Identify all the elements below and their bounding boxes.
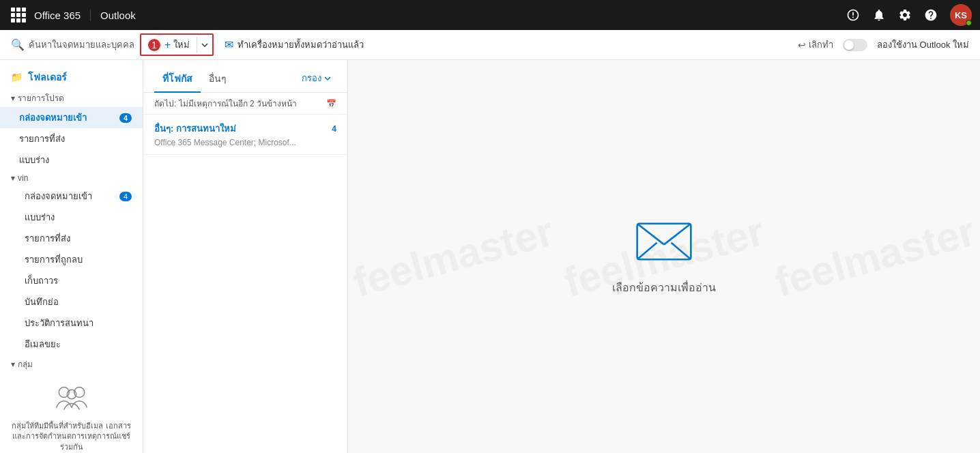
sidebar-item-inbox[interactable]: กล่องจดหมายเข้า 4 [0, 107, 143, 128]
top-nav-bar: Office 365 Outlook KS [0, 0, 980, 30]
vin-drafts-label: แบบร่าง [25, 210, 55, 224]
avatar-presence-dot [966, 20, 972, 26]
sidebar-item-sent[interactable]: รายการที่ส่ง [0, 128, 143, 149]
sidebar: 📁 โฟลเดอร์ ▾ รายการโปรด กล่องจดหมายเข้า … [0, 60, 143, 453]
vin-spam-label: อีเมลขยะ [25, 337, 61, 351]
search-label: ค้นหาในจดหมายและบุคคล [29, 38, 134, 52]
section-favorites-label: รายการโปรด [18, 91, 64, 104]
email-preview: Office 365 Message Center; Microsof... [154, 138, 336, 147]
folders-label: โฟลเดอร์ [28, 70, 67, 85]
vin-sent-label: รายการที่ส่ง [25, 231, 70, 246]
suite-name[interactable]: Office 365 [34, 10, 91, 21]
section-vin[interactable]: ▾ vin [0, 171, 143, 186]
folder-icon: 📁 [11, 72, 23, 83]
sidebar-item-drafts[interactable]: แบบร่าง [0, 149, 143, 171]
top-nav-icons: KS [846, 4, 972, 26]
inbox-label: กล่องจดหมายเข้า [19, 111, 87, 125]
sidebar-item-vin-deleted[interactable]: รายการที่ถูกลบ [0, 249, 143, 270]
new-dropdown-button[interactable] [197, 39, 212, 51]
section-groups[interactable]: ▾ กลุ่ม [0, 355, 143, 373]
sidebar-item-vin-history[interactable]: ประวัติการสนทนา [0, 312, 143, 334]
waffle-icon [11, 8, 26, 23]
vin-deleted-label: รายการที่ถูกลบ [25, 252, 83, 267]
new-label: ใหม่ [173, 38, 190, 52]
email-list-panel: ที่โฟกัส อื่นๆ กรอง ถัดไป: ไม่มีเหตุการณ… [143, 60, 348, 453]
vin-archive-label: เก็บถาวร [25, 274, 58, 288]
section-vin-label: vin [18, 173, 28, 183]
search-icon: 🔍 [11, 38, 25, 51]
groups-icon-area [0, 373, 143, 418]
sidebar-item-vin-drafts[interactable]: แบบร่าง [0, 207, 143, 228]
sidebar-item-vin-sent[interactable]: รายการที่ส่ง [0, 228, 143, 249]
tab-focused[interactable]: ที่โฟกัส [154, 65, 201, 93]
app-name: Outlook [100, 10, 846, 21]
groups-description: กลุ่มให้ทีมมีพื้นที่สำหรับอีเมล เอกสาร แ… [0, 418, 143, 453]
drafts-label: แบบร่าง [19, 153, 49, 167]
section-favorites[interactable]: ▾ รายการโปรด [0, 89, 143, 107]
email-count: 4 [332, 124, 336, 134]
email-item-header: อื่นๆ: การสนทนาใหม่ 4 [154, 121, 336, 136]
new-compose-button[interactable]: 1 + ใหม่ [141, 35, 197, 55]
svg-line-4 [637, 223, 664, 244]
filter-button[interactable]: กรอง [296, 67, 336, 89]
filter-label: กรอง [302, 71, 321, 85]
sent-label: รายการที่ส่ง [19, 132, 65, 146]
avatar[interactable]: KS [950, 4, 972, 26]
folders-header[interactable]: 📁 โฟลเดอร์ [0, 65, 143, 89]
skype-icon[interactable] [846, 8, 860, 22]
notifications-icon[interactable] [872, 8, 886, 22]
mark-all-read-button[interactable]: ✉ ทำเครื่องหมายทั้งหมดว่าอ่านแล้ว [219, 35, 369, 55]
undo-label: เลิกทำ [809, 38, 833, 52]
email-list-subheader: ถัดไป: ไม่มีเหตุการณ์ในอีก 2 วันข้างหน้า… [143, 93, 347, 115]
try-new-outlook-toggle[interactable] [843, 39, 867, 51]
chevron-down-icon: ▾ [11, 173, 15, 183]
undo-button[interactable]: ↩ เลิกทำ [798, 38, 833, 52]
new-plus-icon: + [164, 39, 171, 51]
email-item[interactable]: อื่นๆ: การสนทนาใหม่ 4 Office 365 Message… [143, 115, 347, 155]
sidebar-item-vin-archive[interactable]: เก็บถาวร [0, 270, 143, 291]
new-compose-group: 1 + ใหม่ [140, 33, 214, 56]
sidebar-item-vin-inbox[interactable]: กล่องจดหมายเข้า 4 [0, 186, 143, 207]
mark-read-icon: ✉ [225, 38, 233, 51]
vin-notes-label: บันทึกย่อ [25, 295, 59, 309]
vin-inbox-label: กล่องจดหมายเข้า [25, 189, 92, 203]
chevron-down-icon [201, 42, 208, 48]
settings-icon[interactable] [898, 8, 912, 22]
filter-chevron-icon [324, 75, 331, 82]
toggle-thumb [844, 40, 854, 50]
subheader-text: ถัดไป: ไม่มีเหตุการณ์ในอีก 2 วันข้างหน้า [154, 97, 297, 110]
email-sender: อื่นๆ: การสนทนาใหม่ [154, 121, 236, 136]
email-list-tabs: ที่โฟกัส อื่นๆ กรอง [143, 60, 347, 93]
chevron-down-icon: ▾ [11, 360, 15, 369]
undo-icon: ↩ [798, 40, 806, 50]
groups-illustration-icon [51, 381, 92, 415]
new-badge: 1 [148, 39, 160, 51]
help-icon[interactable] [924, 8, 938, 22]
svg-line-5 [664, 223, 691, 244]
section-groups-label: กลุ่ม [18, 357, 33, 370]
mark-read-label: ทำเครื่องหมายทั้งหมดว่าอ่านแล้ว [237, 38, 364, 52]
reading-pane: feelmaster feelmaster feelmaster เลือกข้… [348, 60, 980, 453]
toolbar: 🔍 ค้นหาในจดหมายและบุคคล 1 + ใหม่ ✉ ทำเคร… [0, 30, 980, 60]
vin-inbox-badge: 4 [119, 192, 132, 201]
search-bar[interactable]: 🔍 ค้นหาในจดหมายและบุคคล [11, 38, 134, 52]
reading-pane-placeholder-text: เลือกข้อความเพื่ออ่าน [612, 279, 716, 296]
chevron-down-icon: ▾ [11, 93, 15, 103]
email-placeholder-icon [633, 218, 695, 265]
svg-line-6 [637, 242, 657, 259]
inbox-badge: 4 [119, 113, 132, 123]
svg-line-7 [672, 242, 691, 259]
tab-other[interactable]: อื่นๆ [201, 65, 235, 93]
sidebar-item-vin-spam[interactable]: อีเมลขยะ [0, 334, 143, 355]
calendar-icon[interactable]: 📅 [326, 99, 336, 108]
try-new-label: ลองใช้งาน Outlook ใหม่ [877, 38, 969, 52]
sidebar-item-vin-notes[interactable]: บันทึกย่อ [0, 291, 143, 312]
vin-history-label: ประวัติการสนทนา [25, 316, 93, 330]
waffle-menu-button[interactable] [8, 5, 29, 25]
main-layout: 📁 โฟลเดอร์ ▾ รายการโปรด กล่องจดหมายเข้า … [0, 60, 980, 453]
